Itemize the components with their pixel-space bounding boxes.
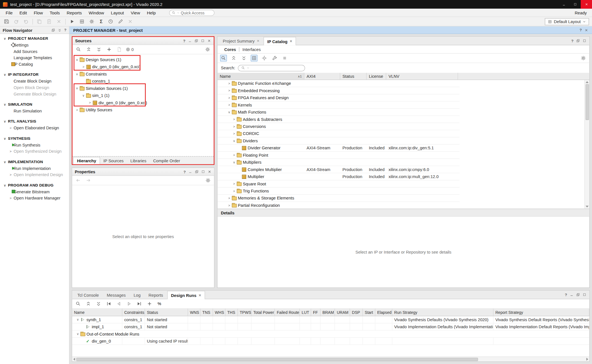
paste-button[interactable] (46, 18, 52, 25)
expand-icon[interactable] (58, 28, 61, 32)
document-tab[interactable]: Project Summary (219, 37, 263, 45)
column-header[interactable]: Constraints (122, 309, 145, 316)
column-header[interactable]: WNS (188, 309, 200, 316)
column-header[interactable]: URAM (335, 309, 350, 316)
quick-access-input[interactable] (181, 10, 212, 15)
column-header-axi4[interactable]: AXI4 (304, 73, 340, 79)
ip-catalog-row[interactable]: > Dynamic Function eXchange (217, 80, 459, 87)
close-button[interactable] (581, 0, 592, 9)
column-header[interactable]: Failed Routes (275, 309, 300, 316)
flow-nav-item[interactable]: ∨ SIMULATION (0, 101, 69, 108)
scroll-down-arrow[interactable] (586, 206, 589, 208)
expand-icon[interactable]: > (227, 203, 231, 207)
column-header[interactable]: Name (72, 309, 122, 316)
settings-icon[interactable] (580, 55, 587, 61)
expand-all-icon[interactable] (95, 300, 102, 307)
ip-catalog-row[interactable]: > Adders & Subtracters (217, 116, 459, 123)
stop-icon[interactable] (281, 55, 288, 61)
program-device-button[interactable] (79, 18, 85, 25)
horizontal-scrollbar[interactable] (72, 357, 589, 361)
expand-all-icon[interactable] (240, 55, 247, 61)
flow-nav-item[interactable]: Run Simulation (0, 108, 69, 114)
expand-icon[interactable]: ∨ (232, 160, 236, 164)
expand-icon[interactable]: ∨ (76, 332, 80, 336)
ip-catalog-row[interactable]: ∨ Dividers (217, 137, 459, 145)
source-tree-item[interactable]: ∨ Design Sources (1) (72, 56, 214, 63)
column-header[interactable]: TPWS (238, 309, 251, 316)
help-icon[interactable] (571, 39, 573, 43)
maximize-icon[interactable] (201, 170, 205, 174)
help-icon[interactable] (183, 39, 185, 43)
design-run-row[interactable]: ∨ Out-of-Context Module Runs (72, 330, 589, 338)
bottom-tab[interactable]: Messages (103, 290, 129, 299)
forward-arrow-icon[interactable] (85, 177, 92, 184)
flow-nav-item[interactable]: Settings (0, 41, 69, 48)
close-tab-icon[interactable] (257, 39, 259, 43)
source-tree-item[interactable]: > Utility Sources (72, 106, 214, 113)
add-sources-icon[interactable] (106, 46, 112, 53)
expand-icon[interactable]: > (227, 196, 231, 200)
run-step-icon[interactable] (126, 300, 132, 307)
expand-icon[interactable]: ∨ (75, 72, 79, 76)
vertical-scrollbar[interactable] (584, 80, 589, 209)
bottom-tab[interactable]: Design Runs (167, 291, 205, 299)
menu-item[interactable]: Tools (46, 9, 63, 16)
source-tree-item[interactable]: constrs_1 (72, 77, 214, 85)
search-icon[interactable] (75, 46, 82, 53)
ip-catalog-row[interactable]: > Floating Point (217, 152, 459, 159)
column-header-vlnv[interactable]: VLNV (386, 73, 458, 79)
back-arrow-icon[interactable] (75, 177, 81, 184)
flow-nav-item[interactable]: > Open Synthesized Design (0, 148, 69, 154)
design-run-row[interactable]: impl_1 constrs_1 Not started (72, 323, 589, 330)
bottom-tab[interactable]: Log (130, 290, 144, 299)
minimize-icon[interactable] (188, 39, 192, 43)
settings-icon[interactable] (205, 177, 211, 184)
help-icon[interactable] (184, 170, 186, 174)
close-icon[interactable] (584, 28, 588, 32)
expand-icon[interactable]: > (227, 103, 231, 107)
flow-nav-item[interactable]: IP Catalog (0, 61, 69, 67)
dock-icon[interactable] (51, 28, 55, 32)
column-header[interactable]: FF (311, 309, 321, 316)
runtime-clock-icon[interactable] (107, 18, 114, 25)
column-header[interactable]: Report Strategy (493, 309, 589, 316)
menu-item[interactable]: Flow (30, 9, 47, 16)
menu-item[interactable]: View (127, 9, 143, 16)
ip-catalog-row[interactable]: > CORDIC (217, 130, 459, 137)
ip-catalog-row[interactable]: > Embedded Processing (217, 87, 459, 94)
source-tree-item[interactable]: > div_gen_0 (div_gen_0.xci) (72, 63, 214, 70)
sources-view-tab[interactable]: IP Sources (100, 157, 127, 164)
bottom-tab[interactable]: Reports (145, 290, 167, 299)
settings-icon[interactable] (204, 46, 211, 53)
sources-view-tab[interactable]: Compile Order (150, 157, 184, 164)
expand-icon[interactable]: > (232, 132, 236, 135)
bottom-tab[interactable]: Tcl Console (74, 290, 103, 299)
flow-nav-item[interactable]: > Open Implemented Design (0, 171, 69, 178)
customize-wrench-icon[interactable] (271, 55, 278, 61)
repository-icon[interactable] (261, 55, 268, 61)
ip-catalog-row[interactable]: Complex Multiplier AXI4-Stream Productio… (217, 166, 459, 173)
delete-button[interactable] (56, 18, 62, 25)
skip-to-start-icon[interactable] (105, 300, 112, 307)
ip-catalog-row[interactable]: > Trig Functions (217, 188, 459, 195)
ip-catalog-row[interactable]: > Conversions (217, 123, 459, 130)
menu-item[interactable]: Reports (63, 9, 85, 16)
column-header[interactable]: WHS (213, 309, 225, 316)
float-icon[interactable] (576, 39, 580, 43)
skip-to-end-icon[interactable] (136, 300, 143, 307)
expand-icon[interactable]: > (227, 89, 231, 92)
menu-item[interactable]: Window (85, 9, 107, 16)
flow-nav-item[interactable]: ∨ RTL ANALYSIS (0, 118, 69, 125)
design-run-row[interactable]: ∨ synth_1 constrs_1 Not started (72, 316, 589, 323)
flow-nav-item[interactable]: > Open Elaborated Design (0, 125, 69, 131)
expand-icon[interactable]: ∨ (81, 93, 86, 97)
column-header[interactable]: TNS (200, 309, 213, 316)
document-tab[interactable]: IP Catalog (264, 37, 296, 45)
maximize-button[interactable] (569, 0, 581, 9)
step-back-icon[interactable] (116, 300, 122, 307)
column-header[interactable]: THS (226, 309, 238, 316)
column-header-name[interactable]: Name ∧1 (217, 73, 304, 79)
ip-catalog-row[interactable]: Divider Generator AXI4-Stream Production… (217, 145, 459, 152)
column-header[interactable]: BRAM (321, 309, 335, 316)
column-header[interactable]: Start (363, 309, 375, 316)
